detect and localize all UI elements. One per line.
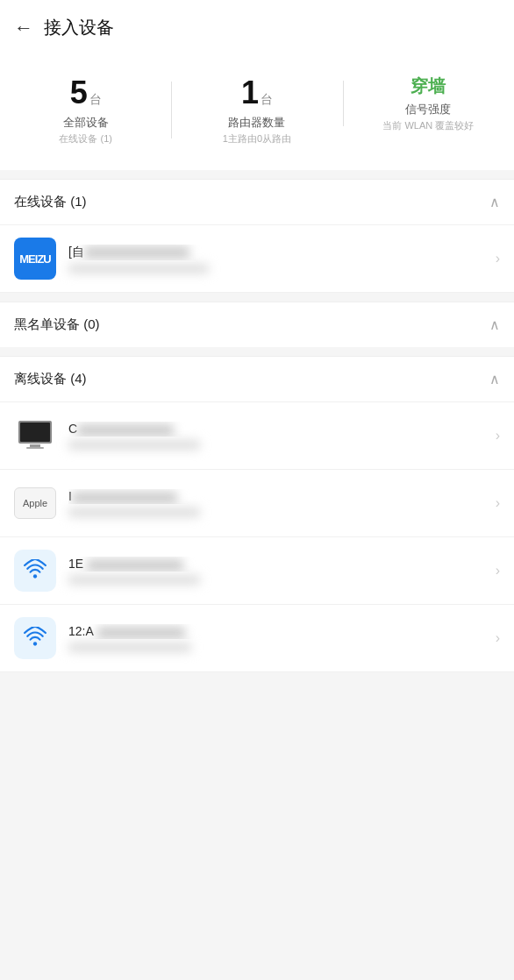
device-info-monitor: C (68, 422, 489, 449)
wifi-svg-1 (24, 559, 46, 582)
apple-label: Apple (23, 498, 47, 508)
chevron-right-icon-wifi1: › (496, 563, 500, 579)
stats-section: 5台 全部设备 在线设备 (1) 1台 路由器数量 1主路由0从路由 穿墙 信号… (0, 50, 514, 170)
device-item-wifi2[interactable]: 12:A › (0, 604, 514, 672)
svg-rect-3 (26, 447, 44, 449)
page-title: 接入设备 (44, 16, 114, 39)
monitor-icon (14, 415, 56, 457)
stat-label-router: 路由器数量 (171, 115, 342, 131)
wifi1-icon (14, 550, 56, 592)
device-item-monitor[interactable]: C › (0, 401, 514, 469)
meizu-icon: MEIZU (14, 238, 56, 280)
device-info-wifi2: 12:A (68, 624, 489, 651)
device-name-wifi1: 1E (68, 557, 489, 571)
device-info-meizu: [自 (68, 245, 489, 273)
device-mac-wifi1 (68, 575, 200, 585)
section-online-title: 在线设备 (1) (14, 194, 87, 210)
section-online-header[interactable]: 在线设备 (1) ∧ (0, 179, 514, 224)
chevron-right-icon-wifi2: › (496, 630, 500, 646)
stat-label-all: 全部设备 (0, 115, 171, 131)
device-name-apple: I (68, 489, 489, 503)
section-offline-title: 离线设备 (4) (14, 371, 87, 387)
stat-signal-value: 穿墙 (410, 76, 446, 96)
wifi-svg-2 (24, 627, 46, 650)
device-item-meizu[interactable]: MEIZU [自 › (0, 224, 514, 293)
stat-label-signal: 信号强度 (343, 102, 514, 117)
chevron-right-icon-meizu: › (496, 251, 500, 266)
stat-sub-signal: 当前 WLAN 覆盖较好 (343, 119, 514, 132)
device-name-monitor: C (68, 422, 489, 436)
chevron-right-icon-apple: › (496, 495, 500, 511)
section-blacklist-title: 黑名单设备 (0) (14, 316, 100, 333)
device-name-wifi2: 12:A (68, 624, 489, 638)
stat-signal: 穿墙 信号强度 当前 WLAN 覆盖较好 (343, 75, 514, 132)
chevron-up-icon-online: ∧ (489, 194, 500, 210)
stat-all-devices: 5台 全部设备 在线设备 (1) (0, 75, 171, 146)
chevron-right-icon-monitor: › (496, 428, 500, 444)
device-info-apple: I (68, 489, 489, 516)
device-mac-apple (68, 508, 200, 517)
back-button[interactable]: ← (14, 17, 33, 39)
section-offline-header[interactable]: 离线设备 (4) ∧ (0, 356, 514, 401)
svg-rect-1 (20, 423, 50, 442)
online-device-list: MEIZU [自 › (0, 224, 514, 293)
device-item-apple[interactable]: Apple I › (0, 469, 514, 536)
wifi2-icon (14, 617, 56, 659)
device-mac-meizu (68, 264, 209, 273)
stat-unit-all: 台 (89, 92, 102, 106)
monitor-svg (16, 419, 54, 452)
stat-unit-router: 台 (261, 92, 273, 106)
device-name-meizu: [自 (68, 245, 489, 260)
device-mac-monitor (68, 440, 200, 450)
svg-rect-2 (30, 444, 40, 447)
stat-router-count: 1台 路由器数量 1主路由0从路由 (171, 75, 342, 146)
stat-number-router: 1 (241, 75, 259, 110)
chevron-up-icon-blacklist: ∧ (489, 316, 500, 333)
apple-device-icon: Apple (14, 482, 56, 524)
stat-number-all: 5 (70, 75, 88, 110)
chevron-up-icon-offline: ∧ (489, 371, 500, 387)
apple-icon-box: Apple (14, 487, 56, 519)
svg-point-5 (33, 642, 37, 645)
device-mac-wifi2 (68, 643, 191, 652)
stat-sub-router: 1主路由0从路由 (171, 132, 342, 146)
svg-point-4 (33, 574, 37, 578)
section-blacklist-header[interactable]: 黑名单设备 (0) ∧ (0, 302, 514, 347)
offline-device-list: C › Apple I › (0, 401, 514, 672)
header: ← 接入设备 (0, 0, 514, 50)
stat-sub-all: 在线设备 (1) (0, 132, 171, 146)
device-item-wifi1[interactable]: 1E › (0, 536, 514, 604)
device-info-wifi1: 1E (68, 557, 489, 584)
